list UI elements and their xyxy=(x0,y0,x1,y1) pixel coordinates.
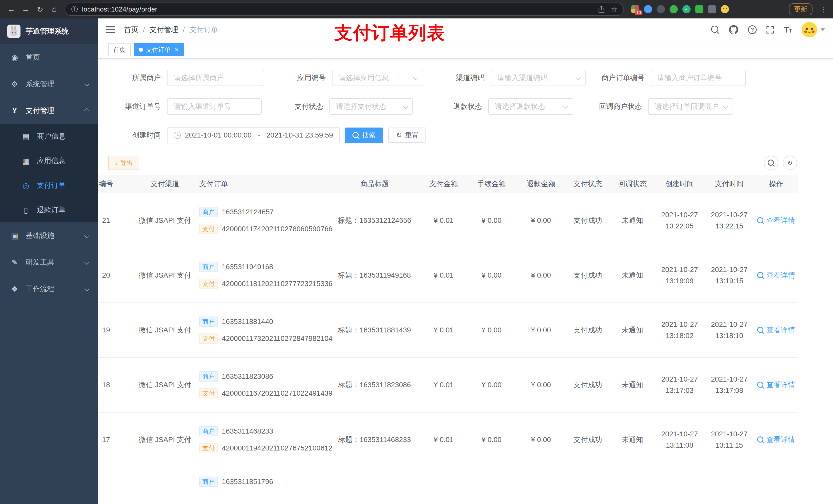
sidebar-item-dev-tools[interactable]: ✎ 研发工具 xyxy=(0,249,98,275)
tab-pay-order[interactable]: 支付订单 × xyxy=(134,43,184,56)
browser-update-button[interactable]: 更新 xyxy=(789,3,812,15)
refresh-table-button[interactable]: ↻ xyxy=(783,156,797,170)
font-size-icon[interactable]: TT xyxy=(784,25,792,34)
chevron-down-icon xyxy=(84,286,89,291)
logo[interactable]: 芋道管理系统 xyxy=(0,19,98,44)
cell-notify: 未通知 xyxy=(610,303,655,358)
browser-menu-icon[interactable]: ⋮ xyxy=(818,5,829,14)
extension-check-icon[interactable]: ✓ xyxy=(682,5,691,13)
cell-action: 查看详情 xyxy=(754,303,798,358)
export-button[interactable]: ↓ 导出 xyxy=(108,156,139,170)
create-time-range[interactable]: 2021-10-01 00:00:00 - 2021-10-31 23:59:5… xyxy=(167,127,340,143)
sidebar-item-pay-order[interactable]: ◎ 支付订单 xyxy=(0,173,98,198)
cell-id: 17 xyxy=(98,412,137,467)
cell-order-no: 商户 1635311851796 xyxy=(193,467,328,504)
monitor-icon: ▣ xyxy=(10,231,19,240)
cell-notify: 未通知 xyxy=(610,193,655,248)
cell-create-time: 2021-10-2713:17:03 xyxy=(655,358,705,412)
extension-drop-icon[interactable] xyxy=(644,5,652,13)
cell-pay-time: 2021-10-2713:19:15 xyxy=(705,248,754,303)
hamburger-icon[interactable] xyxy=(106,26,115,33)
view-detail-link[interactable]: 查看详情 xyxy=(757,325,795,335)
app-select[interactable] xyxy=(332,70,423,86)
cell-order-no: 商户 1635311468233 支付 42000011942021102767… xyxy=(193,412,328,467)
channel-code-input[interactable] xyxy=(491,70,586,86)
search-icon[interactable] xyxy=(711,26,719,34)
refund-status-select[interactable] xyxy=(488,98,573,115)
cell-order-no: 商户 1635312124657 支付 42000011742021102780… xyxy=(193,193,328,248)
pay-status-select[interactable] xyxy=(329,98,413,115)
address-bar[interactable]: ⓘ localhost:1024/pay/order ☆ xyxy=(65,3,624,16)
cell-fee: ¥ 0.00 xyxy=(467,358,516,412)
cell-status: 支付成功 xyxy=(566,358,610,412)
sidebar-item-workflow[interactable]: ❖ 工作流程 xyxy=(0,275,98,302)
cell-amount: ¥ 0.01 xyxy=(421,193,467,248)
extension-green-icon[interactable] xyxy=(670,5,678,13)
orders-table-wrap: 编号 支付渠道 支付订单 商品标题 支付金额 手续金额 退款金额 支付状态 回调… xyxy=(98,175,833,504)
sidebar-item-refund-order[interactable]: ▯ 退款订单 xyxy=(0,198,98,222)
app-title: 芋道管理系统 xyxy=(26,26,69,36)
top-navbar: 首页 / 支付管理 / 支付订单 支付订单列表 ? TT xyxy=(98,19,833,41)
forward-icon[interactable]: → xyxy=(19,2,33,16)
reload-icon[interactable]: ↻ xyxy=(33,2,47,16)
breadcrumb-section[interactable]: 支付管理 xyxy=(149,25,178,34)
toggle-search-button[interactable] xyxy=(764,156,778,170)
cell-refund: ¥ 0.00 xyxy=(516,412,566,467)
browser-toolbar: ← → ↻ ⌂ ⓘ localhost:1024/pay/order ☆ 10 … xyxy=(0,0,833,19)
notify-status-select[interactable] xyxy=(648,98,733,115)
sidebar-item-home[interactable]: ◉ 首页 xyxy=(0,44,98,71)
tab-home[interactable]: 首页 xyxy=(108,43,130,56)
cell-pay-time: 2021-10-2713:22:15 xyxy=(705,193,754,248)
clock-icon xyxy=(174,131,181,139)
bookmark-star-icon[interactable]: ☆ xyxy=(611,5,617,14)
merchant-select[interactable] xyxy=(167,70,264,86)
url-text: localhost:1024/pay/order xyxy=(82,5,157,13)
sidebar-item-infrastructure[interactable]: ▣ 基础设施 xyxy=(0,222,98,249)
table-body: 21 微信 JSAPI 支付 商户 1635312124657 xyxy=(98,193,798,467)
fullscreen-icon[interactable] xyxy=(766,26,774,33)
close-icon[interactable]: × xyxy=(175,46,178,53)
site-info-icon[interactable]: ⓘ xyxy=(71,5,78,14)
breadcrumb-home[interactable]: 首页 xyxy=(124,25,138,34)
github-icon[interactable] xyxy=(729,25,738,34)
view-detail-link[interactable]: 查看详情 xyxy=(757,435,795,445)
page-content: 所属商户 应用编号 渠道编码 xyxy=(98,59,833,504)
chevron-down-icon xyxy=(84,233,89,238)
back-icon[interactable]: ← xyxy=(4,2,19,16)
share-icon[interactable] xyxy=(598,6,605,13)
search-button[interactable]: 搜索 xyxy=(345,127,383,143)
extension-chat-icon[interactable] xyxy=(695,5,704,13)
channel-order-no-input[interactable] xyxy=(167,98,262,115)
search-icon xyxy=(757,272,764,279)
sidebar-item-merchant-info[interactable]: ▤ 商户信息 xyxy=(0,124,98,148)
search-icon xyxy=(757,217,764,224)
chevron-down-icon xyxy=(84,81,89,87)
merchant-tag: 商户 xyxy=(199,426,218,436)
cell-id: 19 xyxy=(98,303,137,358)
sidebar-item-app-info[interactable]: ▦ 应用信息 xyxy=(0,148,98,173)
user-menu[interactable] xyxy=(802,22,825,38)
pay-tag: 支付 xyxy=(199,224,218,234)
extension-dark-icon[interactable] xyxy=(657,5,665,13)
reset-button[interactable]: ↻ 重置 xyxy=(388,127,426,143)
merchant-order-no-input[interactable] xyxy=(651,70,746,86)
payment-submenu: ▤ 商户信息 ▦ 应用信息 ◎ 支付订单 ▯ 退款订单 xyxy=(0,124,98,222)
extension-grid-icon[interactable]: 10 xyxy=(631,5,639,13)
home-icon[interactable]: ⌂ xyxy=(47,2,62,16)
view-detail-link[interactable]: 查看详情 xyxy=(757,380,795,390)
yen-icon: ¥ xyxy=(10,106,19,115)
sidebar-item-payment[interactable]: ¥ 支付管理 xyxy=(0,97,98,124)
pay-tag: 支付 xyxy=(199,388,218,399)
extension-slate-icon[interactable] xyxy=(708,5,716,13)
extension-face-icon[interactable] xyxy=(721,5,729,13)
help-icon[interactable]: ? xyxy=(748,25,757,34)
pay-tag: 支付 xyxy=(199,333,218,344)
chevron-down-icon xyxy=(576,75,581,80)
view-detail-link[interactable]: 查看详情 xyxy=(757,270,795,280)
search-icon xyxy=(757,382,764,388)
cell-amount: ¥ 0.01 xyxy=(421,412,467,467)
avatar xyxy=(802,22,817,38)
sidebar-item-system[interactable]: ⚙ 系统管理 xyxy=(0,71,98,97)
cell-channel: 微信 JSAPI 支付 xyxy=(137,358,193,412)
view-detail-link[interactable]: 查看详情 xyxy=(757,216,795,225)
